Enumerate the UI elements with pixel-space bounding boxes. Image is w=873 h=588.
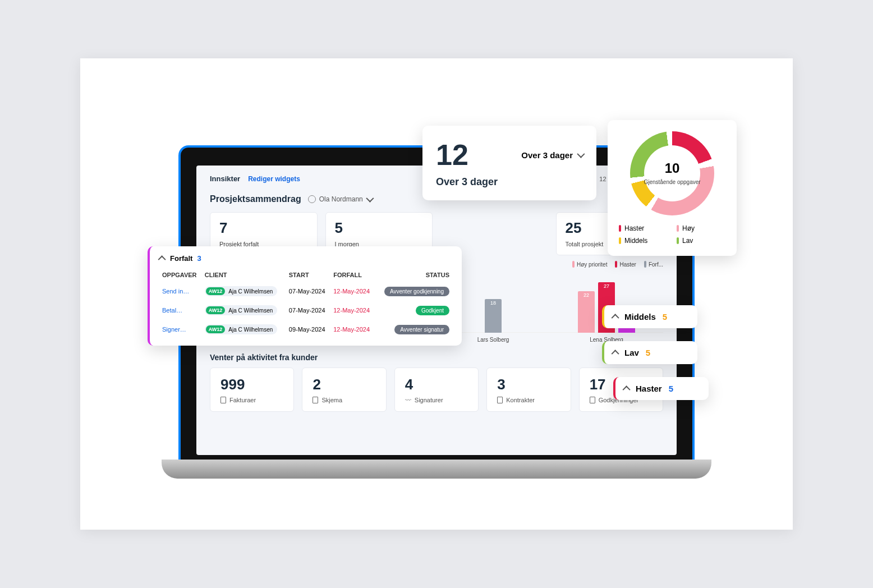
overdue-count: 12 — [436, 138, 468, 172]
bar: 22 — [578, 291, 595, 333]
project-summary-heading: Prosjektsammendrag — [210, 194, 301, 204]
chevron-up-icon — [612, 314, 619, 321]
user-selector[interactable]: Ola Nordmann — [308, 195, 372, 203]
legend-pill — [619, 225, 621, 232]
legend-label: Høy — [682, 224, 695, 232]
legend-pill — [677, 225, 679, 232]
waiting-label: Fakturaer — [229, 397, 256, 403]
cell-start: 07-May-2024 — [287, 301, 331, 320]
chevron-up-icon — [623, 385, 631, 393]
col-header-task: OPPGAVER — [160, 268, 203, 282]
donut-chart: 10 Gjenstående oppgaver — [630, 131, 714, 215]
kpi-label: Totalt prosjekt — [566, 241, 604, 247]
table-card-title: Forfalt — [170, 254, 192, 263]
chevron-down-icon — [577, 150, 585, 158]
task-link[interactable]: Signer… — [162, 326, 186, 333]
table-card-count: 3 — [197, 254, 201, 263]
legend-pill — [615, 261, 617, 268]
waiting-value: 2 — [313, 376, 375, 393]
table-row: Signer…AW12Aja C Wilhelmsen09-May-202412… — [160, 320, 452, 339]
client-pill[interactable]: AW12Aja C Wilhelmsen — [205, 305, 277, 315]
priority-label: Lav — [624, 348, 639, 357]
user-icon — [308, 195, 316, 203]
cell-due: 12-May-2024 — [331, 320, 375, 339]
legend-label: Høy prioritet — [577, 261, 607, 268]
priority-label: Middels — [624, 312, 656, 321]
waiting-value: 4 — [405, 376, 468, 393]
task-link[interactable]: Betal… — [162, 307, 182, 314]
legend-label: Haster — [624, 224, 644, 232]
waiting-label: Signaturer — [415, 397, 443, 403]
remaining-tasks-card: 10 Gjenstående oppgaver Haster Høy Midde… — [608, 120, 737, 256]
kpi-value: 5 — [335, 219, 424, 237]
period-dropdown[interactable]: Over 3 dager — [521, 150, 583, 160]
edit-widgets-link[interactable]: Rediger widgets — [248, 175, 300, 183]
col-header-due: FORFALL — [331, 268, 375, 282]
priority-card-lav[interactable]: Lav 5 — [602, 341, 697, 364]
waiting-card[interactable]: 2 Skjema — [302, 368, 386, 412]
waiting-label: Kontrakter — [506, 397, 535, 403]
legend-pill — [677, 237, 679, 244]
donut-center-value: 10 — [644, 160, 700, 176]
waiting-value: 3 — [497, 376, 560, 393]
cell-due: 12-May-2024 — [331, 282, 375, 301]
collapse-toggle[interactable] — [158, 255, 166, 263]
waiting-value: 999 — [220, 376, 283, 393]
document-icon — [497, 397, 503, 403]
overdue-subtitle: Over 3 dager — [436, 176, 583, 188]
task-link[interactable]: Send in… — [162, 288, 189, 295]
signature-icon: 〰 — [405, 397, 411, 403]
col-header-client: CLIENT — [203, 268, 287, 282]
legend-label: Middels — [624, 237, 647, 245]
donut-center-label: Gjenstående oppgaver — [644, 179, 700, 185]
legend-label: Haster — [619, 261, 636, 268]
cell-start: 09-May-2024 — [287, 320, 331, 339]
document-icon — [313, 397, 318, 403]
overdue-tasks-table-card: Forfalt 3 OPPGAVER CLIENT START FORFALL … — [148, 246, 462, 346]
bar: 18 — [485, 299, 502, 333]
priority-count: 5 — [669, 384, 673, 393]
waiting-section-heading: Venter på aktivitet fra kunder — [210, 353, 663, 362]
document-icon — [220, 397, 226, 403]
waiting-card[interactable]: 999 Fakturaer — [210, 368, 294, 412]
user-selector-label: Ola Nordmann — [319, 195, 363, 203]
legend-label: Lav — [682, 237, 693, 245]
client-pill[interactable]: AW12Aja C Wilhelmsen — [205, 286, 277, 296]
cell-due: 12-May-2024 — [331, 301, 375, 320]
overdue-summary-card: 12 Over 3 dager Over 3 dager — [422, 126, 596, 200]
priority-count: 5 — [646, 348, 650, 357]
chevron-up-icon — [612, 350, 619, 357]
col-header-status: STATUS — [376, 268, 452, 282]
priority-card-haster[interactable]: Haster 5 — [613, 377, 709, 400]
kpi-value: 7 — [219, 219, 308, 237]
legend-pill — [572, 261, 575, 268]
waiting-label: Skjema — [321, 397, 342, 403]
col-header-start: START — [287, 268, 331, 282]
status-badge: Avventer signatur — [394, 325, 449, 334]
document-icon — [590, 397, 595, 403]
cell-start: 07-May-2024 — [287, 282, 331, 301]
period-dropdown-label: Over 3 dager — [521, 150, 573, 160]
priority-count: 5 — [663, 312, 667, 321]
priority-card-middels[interactable]: Middels 5 — [602, 305, 697, 328]
priority-label: Haster — [636, 384, 662, 393]
legend-pill — [644, 261, 646, 268]
client-pill[interactable]: AW12Aja C Wilhelmsen — [205, 324, 277, 334]
waiting-card[interactable]: 3 Kontrakter — [486, 368, 571, 412]
table-row: Betal…AW12Aja C Wilhelmsen07-May-202412-… — [160, 301, 452, 320]
chevron-down-icon — [366, 195, 374, 203]
waiting-card[interactable]: 4 〰Signaturer — [394, 368, 479, 412]
status-badge: Avventer godkjenning — [384, 287, 449, 296]
status-badge: Godkjent — [416, 306, 449, 315]
legend-pill — [619, 237, 621, 244]
legend-label: Forf... — [649, 261, 663, 268]
table-row: Send in…AW12Aja C Wilhelmsen07-May-20241… — [160, 282, 452, 301]
page-title: Innsikter — [210, 174, 240, 183]
